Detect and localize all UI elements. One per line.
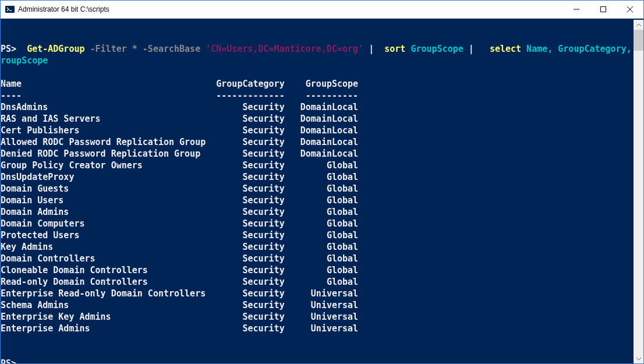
- minimize-button[interactable]: [563, 1, 590, 18]
- table-row: Cloneable Domain Controllers Security Gl…: [1, 264, 634, 276]
- minimize-icon: [574, 6, 579, 12]
- scroll-down-button[interactable]: [634, 354, 643, 363]
- command-line-wrap: roupScope: [1, 55, 634, 66]
- searchbase-value: 'CN=Users,DC=Manticore,DC=org': [206, 44, 363, 54]
- table-row: DnsUpdateProxy Security Global: [1, 171, 634, 183]
- table-row: Domain Users Security Global: [1, 195, 634, 206]
- table-row: Domain Controllers Security Global: [1, 253, 634, 264]
- table-row: Enterprise Read-only Domain Controllers …: [1, 288, 634, 299]
- table-row: Domain Admins Security Global: [1, 206, 634, 218]
- scroll-up-button[interactable]: [634, 20, 643, 30]
- table-row: DnsAdmins Security DomainLocal: [1, 101, 634, 113]
- table-row: Enterprise Key Admins Security Universal: [1, 311, 634, 323]
- prompt: PS>: [1, 44, 16, 54]
- table-row: Protected Users Security Global: [1, 229, 634, 241]
- table-row: Key Admins Security Global: [1, 241, 634, 253]
- client-area: PS> Get-ADGroup -Filter * -SearchBase 'C…: [1, 19, 643, 363]
- table-row: Domain Computers Security Global: [1, 218, 634, 229]
- table-row: RAS and IAS Servers Security DomainLocal: [1, 113, 634, 125]
- powershell-icon: [5, 5, 15, 14]
- table-header: Name GroupCategory GroupScope: [1, 78, 634, 90]
- prompt-line[interactable]: PS>: [1, 358, 634, 363]
- maximize-button[interactable]: [590, 1, 617, 18]
- table-row: Read-only Domain Controllers Security Gl…: [1, 276, 634, 288]
- vertical-scrollbar[interactable]: [634, 20, 643, 363]
- cmdlet: Get-ADGroup: [27, 44, 84, 54]
- maximize-icon: [600, 6, 606, 12]
- scrollbar-thumb[interactable]: [634, 30, 643, 51]
- chevron-up-icon: [636, 23, 641, 27]
- command-line: PS> Get-ADGroup -Filter * -SearchBase 'C…: [1, 43, 634, 55]
- blank-line: [1, 334, 634, 346]
- scrollbar-track[interactable]: [634, 30, 643, 354]
- table-row: Allowed RODC Password Replication Group …: [1, 136, 634, 148]
- blank-line: [1, 66, 634, 78]
- table-row: Schema Admins Security Universal: [1, 299, 634, 311]
- table-row: Denied RODC Password Replication Group S…: [1, 148, 634, 160]
- console[interactable]: PS> Get-ADGroup -Filter * -SearchBase 'C…: [1, 20, 634, 363]
- titlebar[interactable]: Administrator 64 bit C:\scripts: [1, 1, 643, 19]
- svg-rect-0: [5, 6, 15, 13]
- table-row: Group Policy Creator Owners Security Glo…: [1, 160, 634, 171]
- table-row: Domain Guests Security Global: [1, 183, 634, 195]
- table-row: Cert Publishers Security DomainLocal: [1, 125, 634, 136]
- powershell-window: Administrator 64 bit C:\scripts PS> Get-…: [0, 0, 644, 364]
- svg-rect-1: [601, 7, 606, 12]
- window-title: Administrator 64 bit C:\scripts: [18, 5, 109, 13]
- close-button[interactable]: [617, 1, 643, 18]
- chevron-down-icon: [636, 356, 641, 361]
- close-icon: [627, 6, 633, 12]
- table-row: Enterprise Admins Security Universal: [1, 323, 634, 334]
- table-divider: ---- ------------- ----------: [1, 90, 634, 101]
- blank-line: [1, 346, 634, 358]
